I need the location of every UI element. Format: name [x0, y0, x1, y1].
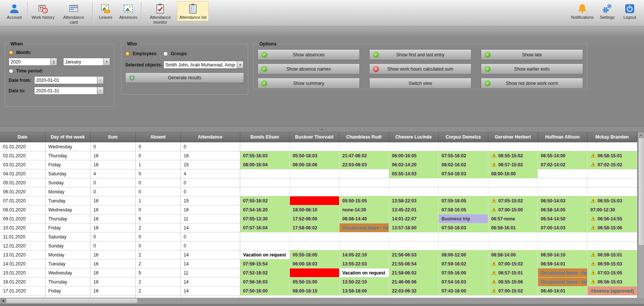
generate-results-button[interactable]: Generate results: [125, 72, 244, 83]
entry-cell-empty[interactable]: [538, 187, 587, 196]
entry-cell-empty[interactable]: [289, 142, 339, 151]
entry-cell-time[interactable]: 07:57-16:04: [240, 223, 289, 232]
table-row[interactable]: 08.01.2020Wednesday1601607:54-16:2018:00…: [0, 205, 637, 214]
entry-cell-empty[interactable]: [389, 241, 438, 250]
column-header[interactable]: Absent: [135, 132, 180, 142]
entry-cell-time[interactable]: 06:00-18:03: [289, 259, 339, 268]
entry-cell-time[interactable]: 21:56-06:03: [389, 250, 438, 259]
entry-cell-time[interactable]: 07:50-16:00: [240, 286, 289, 295]
entry-cell-leave[interactable]: Occasional leave - fam: [339, 223, 389, 232]
entry-cell-time[interactable]: 05:50-15:00: [289, 277, 339, 286]
entry-cell-time[interactable]: 13:57-18:00: [389, 223, 438, 232]
entry-cell-empty[interactable]: [339, 169, 389, 178]
entry-cell-time[interactable]: 06:54-14:50: [538, 214, 587, 223]
entry-cell-time[interactable]: none-14:30: [339, 205, 389, 214]
entry-cell-empty[interactable]: [488, 187, 538, 196]
entry-cell-time[interactable]: 07:50-16:03: [438, 223, 488, 232]
entry-cell-time[interactable]: 07:55-16:02: [438, 151, 488, 160]
entry-cell-time[interactable]: 06:56-14:55: [587, 214, 637, 223]
toolbar-notifications-button[interactable]: Notifications: [569, 1, 596, 21]
entry-cell-time[interactable]: 06:57-15:02: [488, 160, 538, 169]
entry-cell-empty[interactable]: [587, 241, 637, 250]
entry-cell-time[interactable]: 06:58-15:06: [587, 223, 637, 232]
option-button-show-absence-names[interactable]: ✓Show absence names: [258, 63, 360, 74]
table-row[interactable]: 09.01.2020Thursday1651107:55-13:3017:52-…: [0, 214, 637, 223]
table-row[interactable]: 04.01.2020Saturday40405:55-14:0307:54-16…: [0, 169, 637, 178]
option-button-show-earlier-exits[interactable]: ✓Show earlier exits: [481, 63, 583, 74]
entry-cell-time[interactable]: 22:03-06:32: [389, 286, 438, 295]
entry-cell-red[interactable]: [289, 196, 339, 205]
entry-cell-time[interactable]: 07:56-16:03: [240, 277, 289, 286]
entry-cell-time[interactable]: 06:55-15:06: [488, 277, 538, 286]
spinner-arrows-icon[interactable]: ▲▼: [51, 58, 57, 66]
entry-cell-time[interactable]: 06:08-14:40: [339, 214, 389, 223]
table-row[interactable]: 07.01.2020Tuesday1611507:55-16:0205:50-1…: [0, 196, 637, 205]
entry-cell-empty[interactable]: [438, 187, 488, 196]
entry-cell-time[interactable]: 13:45-22:01: [389, 205, 438, 214]
toolbar-leaves-button[interactable]: Leaves: [94, 1, 117, 21]
entry-cell-time[interactable]: 06:59-15:01: [587, 250, 637, 259]
entry-cell-empty[interactable]: [389, 178, 438, 187]
table-row[interactable]: 03.01.2020Friday1611508:00-16:0406:00-18…: [0, 160, 637, 169]
entry-cell-time[interactable]: 06:59-15:03: [587, 259, 637, 268]
vertical-scrollbar-thumb[interactable]: [638, 138, 644, 246]
entry-cell-empty[interactable]: [339, 178, 389, 187]
entry-cell-time[interactable]: 07:05-15:02: [488, 196, 538, 205]
option-button-show-summary[interactable]: ✓Show summary: [258, 78, 360, 89]
entry-cell-time[interactable]: 08:00-16:04: [240, 160, 289, 169]
entry-cell-vacation[interactable]: Vacation on request: [240, 250, 289, 259]
entry-cell-empty[interactable]: [438, 142, 488, 151]
toolbar-attendance-monitor-button[interactable]: Attendance monitor: [143, 1, 177, 26]
entry-cell-empty[interactable]: [240, 178, 289, 187]
entry-cell-empty[interactable]: [339, 232, 389, 241]
entry-cell-time[interactable]: 18:00-06:10: [289, 205, 339, 214]
entry-cell-time[interactable]: 06:57-none: [488, 214, 538, 223]
entry-cell-empty[interactable]: [538, 241, 587, 250]
entry-cell-time[interactable]: 07:58-16:05: [438, 205, 488, 214]
entry-cell-time[interactable]: 08:00-16:00: [488, 169, 538, 178]
entry-cell-empty[interactable]: [538, 169, 587, 178]
entry-cell-empty[interactable]: [438, 178, 488, 187]
entry-cell-empty[interactable]: [389, 142, 438, 151]
entry-cell-time[interactable]: 06:50-14:03: [538, 196, 587, 205]
entry-cell-time[interactable]: 08:00-18:15: [289, 286, 339, 295]
date-to-input[interactable]: [34, 87, 97, 95]
entry-cell-time[interactable]: 06:02-14:20: [389, 160, 438, 169]
option-button-switch-view[interactable]: Switch view: [369, 78, 471, 89]
entry-cell-time[interactable]: 06:56-15:03: [587, 277, 637, 286]
option-button-show-absences[interactable]: ✓Show absences: [258, 49, 360, 60]
entry-cell-time[interactable]: 05:55-18:05: [289, 250, 339, 259]
entry-cell-time[interactable]: 05:55-14:03: [389, 169, 438, 178]
entry-cell-time[interactable]: 06:58-14:05: [538, 205, 587, 214]
entry-cell-empty[interactable]: [289, 178, 339, 187]
entry-cell-empty[interactable]: [538, 142, 587, 151]
entry-cell-time[interactable]: 06:55-15:03: [587, 196, 637, 205]
groups-radio[interactable]: [163, 51, 168, 56]
entry-cell-time[interactable]: 17:58-06:02: [289, 223, 339, 232]
entry-cell-empty[interactable]: [587, 178, 637, 187]
table-row[interactable]: 11.01.2020Saturday000: [0, 232, 637, 241]
table-row[interactable]: 17.01.2020Friday1621407:50-16:0008:00-18…: [0, 286, 637, 295]
entry-cell-time[interactable]: 05:50-15:05: [339, 196, 389, 205]
entry-cell-time[interactable]: 07:55-16:00: [438, 268, 488, 277]
employee-column-header[interactable]: Bonds Eliseo: [240, 132, 289, 142]
entry-cell-time[interactable]: 13:58-18:00: [339, 286, 389, 295]
table-row[interactable]: 05.01.2020Sunday000: [0, 178, 637, 187]
entry-cell-empty[interactable]: [587, 232, 637, 241]
entry-cell-time[interactable]: 13:58-22:03: [389, 196, 438, 205]
entry-cell-leave[interactable]: Occasional leave - fam: [538, 277, 587, 286]
entry-cell-empty[interactable]: [438, 232, 488, 241]
entry-cell-empty[interactable]: [240, 187, 289, 196]
entry-cell-time[interactable]: 07:55-16:03: [240, 151, 289, 160]
entry-cell-time[interactable]: 06:58-14:00: [488, 250, 538, 259]
toolbar-settings-button[interactable]: Settings: [596, 1, 618, 21]
entry-cell-empty[interactable]: [339, 187, 389, 196]
entry-cell-empty[interactable]: [240, 169, 289, 178]
table-row[interactable]: 01.01.2020Wednesday000: [0, 142, 637, 151]
employee-column-header[interactable]: Chambless Rudi: [339, 132, 389, 142]
entry-cell-time[interactable]: 06:00-18:06: [289, 160, 339, 169]
entry-cell-empty[interactable]: [240, 241, 289, 250]
entry-cell-leave[interactable]: Occasional leave - fam: [538, 268, 587, 277]
option-button-show-first-and-last-entry[interactable]: ✓Show first and last entry: [369, 49, 471, 60]
employee-column-header[interactable]: Mckay Branden: [587, 132, 637, 142]
